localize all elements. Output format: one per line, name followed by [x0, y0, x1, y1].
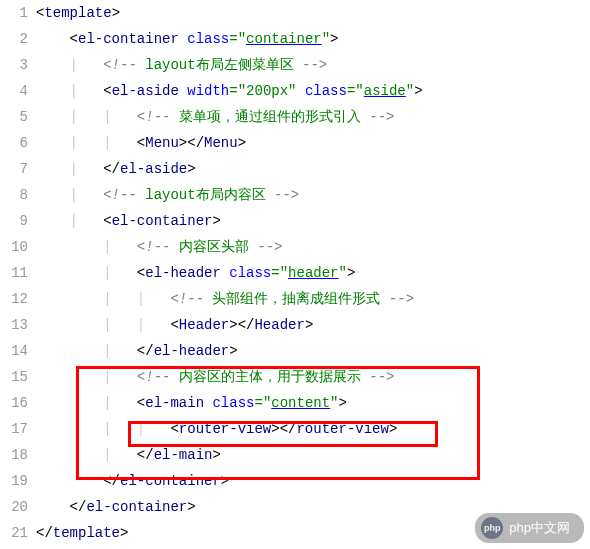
tag-el-container-inner-close: el-container [120, 473, 221, 489]
code-line: | <!-- 内容区头部 --> [36, 234, 590, 260]
code-line: | <!-- layout布局左侧菜单区 --> [36, 52, 590, 78]
line-number: 12 [0, 286, 28, 312]
line-number: 13 [0, 312, 28, 338]
comment-text: 内容区头部 [170, 239, 257, 255]
code-line: | <!-- layout布局内容区 --> [36, 182, 590, 208]
line-number: 1 [0, 0, 28, 26]
indent-guide: | | [36, 317, 170, 333]
indent-guide [36, 499, 70, 515]
indent-guide: | | [36, 135, 137, 151]
line-number: 6 [0, 130, 28, 156]
indent-guide: | | [36, 421, 170, 437]
comment-text: 菜单项，通过组件的形式引入 [170, 109, 369, 125]
code-line: | | <Header></Header> [36, 312, 590, 338]
indent-guide [36, 473, 103, 489]
comment-end: --> [302, 57, 327, 73]
comment-text: layout布局内容区 [137, 187, 274, 203]
tag-template: template [44, 5, 111, 21]
indent-guide: | [36, 369, 137, 385]
indent-guide: | [36, 343, 137, 359]
angle-close: > [112, 5, 120, 21]
line-number: 7 [0, 156, 28, 182]
code-content: <template> <el-container class="containe… [36, 0, 590, 546]
line-number: 11 [0, 260, 28, 286]
indent-guide: | [36, 213, 103, 229]
tag-el-main: el-main [145, 395, 204, 411]
line-gutter: 1 2 3 4 5 6 7 8 9 10 11 12 13 14 15 16 1… [0, 0, 36, 546]
tag-router-view: router-view [179, 421, 271, 437]
code-line: | </el-main> [36, 442, 590, 468]
comment-start: <!-- [103, 57, 137, 73]
code-line: | | <router-view></router-view> [36, 416, 590, 442]
code-line: | <!-- 内容区的主体，用于数据展示 --> [36, 364, 590, 390]
class-aside: aside [364, 83, 406, 99]
code-line: | <el-main class="content"> [36, 390, 590, 416]
php-logo-icon: php [481, 517, 503, 539]
tag-el-header: el-header [145, 265, 221, 281]
indent-guide: | | [36, 109, 137, 125]
code-line: | | <!-- 头部组件，抽离成组件形式 --> [36, 286, 590, 312]
line-number: 20 [0, 494, 28, 520]
indent-guide: | [36, 447, 137, 463]
class-content: content [271, 395, 330, 411]
code-line: | <el-aside width="200px" class="aside"> [36, 78, 590, 104]
comment-text: layout布局左侧菜单区 [137, 57, 302, 73]
line-number: 8 [0, 182, 28, 208]
line-number: 14 [0, 338, 28, 364]
tag-el-container: el-container [78, 31, 179, 47]
class-container: container [246, 31, 322, 47]
code-line: | </el-header> [36, 338, 590, 364]
code-line: | | <!-- 菜单项，通过组件的形式引入 --> [36, 104, 590, 130]
code-line: </el-container> [36, 468, 590, 494]
line-number: 10 [0, 234, 28, 260]
code-line: | <el-header class="header"> [36, 260, 590, 286]
tag-template-close: template [53, 525, 120, 541]
indent-guide: | [36, 395, 137, 411]
width-value: 200px [246, 83, 288, 99]
line-number: 5 [0, 104, 28, 130]
tag-header: Header [179, 317, 229, 333]
line-number: 3 [0, 52, 28, 78]
indent-guide: | [36, 83, 103, 99]
tag-el-main-close: el-main [154, 447, 213, 463]
code-line: | <el-container> [36, 208, 590, 234]
code-editor: 1 2 3 4 5 6 7 8 9 10 11 12 13 14 15 16 1… [0, 0, 590, 546]
indent-guide [36, 31, 70, 47]
attr-class: class [187, 31, 229, 47]
indent-guide: | [36, 187, 103, 203]
tag-el-container-inner: el-container [112, 213, 213, 229]
tag-el-aside-close: el-aside [120, 161, 187, 177]
code-line: <el-container class="container"> [36, 26, 590, 52]
comment-text: 头部组件，抽离成组件形式 [204, 291, 389, 307]
line-number: 17 [0, 416, 28, 442]
line-number: 9 [0, 208, 28, 234]
line-number: 15 [0, 364, 28, 390]
code-line: | | <Menu></Menu> [36, 130, 590, 156]
line-number: 18 [0, 442, 28, 468]
tag-el-aside: el-aside [112, 83, 179, 99]
indent-guide: | [36, 57, 103, 73]
line-number: 2 [0, 26, 28, 52]
comment-text: 内容区的主体，用于数据展示 [170, 369, 369, 385]
attr-width: width [187, 83, 229, 99]
indent-guide: | [36, 239, 137, 255]
indent-guide: | | [36, 291, 170, 307]
class-header: header [288, 265, 338, 281]
code-line: | </el-aside> [36, 156, 590, 182]
tag-menu: Menu [145, 135, 179, 151]
tag-el-header-close: el-header [154, 343, 230, 359]
line-number: 21 [0, 520, 28, 546]
line-number: 4 [0, 78, 28, 104]
tag-el-container-close: el-container [86, 499, 187, 515]
line-number: 16 [0, 390, 28, 416]
code-line: <template> [36, 0, 590, 26]
indent-guide: | [36, 161, 103, 177]
watermark: php php中文网 [475, 513, 584, 543]
watermark-text: php中文网 [509, 519, 570, 537]
line-number: 19 [0, 468, 28, 494]
indent-guide: | [36, 265, 137, 281]
